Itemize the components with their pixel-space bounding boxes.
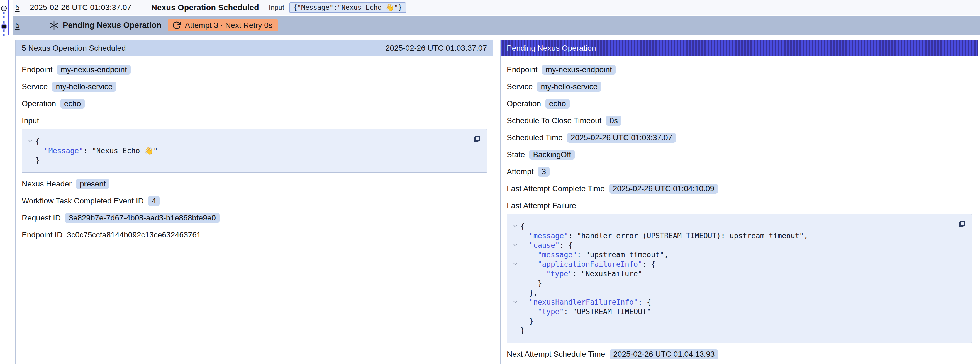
- field-label: Service: [22, 82, 48, 91]
- field-value-badge: present: [76, 179, 109, 189]
- field-label: State: [507, 150, 525, 159]
- input-preview-chip: {"Message":"Nexus Echo 👋"}: [289, 2, 406, 13]
- field-label: Input: [22, 116, 39, 125]
- collapse-chevron[interactable]: [510, 242, 520, 248]
- field-label: Request ID: [22, 214, 61, 222]
- chevron-down-icon: [27, 138, 33, 144]
- field-label: Endpoint ID: [22, 230, 62, 239]
- field-operation: Operationecho: [22, 98, 487, 109]
- field-value-badge: 2025-02-26 UTC 01:04:13.93: [609, 349, 718, 359]
- timeline-rail: [0, 0, 13, 36]
- field-value-badge: 4: [148, 196, 160, 206]
- timeline-nodes: [0, 0, 13, 36]
- field-endpoint-id: Endpoint ID3c0c75ccfa8144b092c13ce632463…: [22, 229, 487, 241]
- field-last-attempt-failure: Last Attempt Failure{"message": "handler…: [507, 200, 972, 343]
- json-line: "cause": {: [510, 241, 952, 250]
- field-label: Last Attempt Complete Time: [507, 184, 605, 193]
- collapse-chevron[interactable]: [510, 223, 520, 229]
- field-endpoint: Endpointmy-nexus-endpoint: [22, 64, 487, 75]
- json-line: "message": "upstream timeout",: [510, 250, 952, 259]
- field-operation: Operationecho: [507, 98, 972, 109]
- field-scheduled-time: Scheduled Time2025-02-26 UTC 01:03:37.07: [507, 132, 972, 143]
- event-row-nexus-scheduled[interactable]: 5 2025-02-26 UTC 01:03:37.07 Nexus Opera…: [13, 0, 980, 16]
- json-line: }: [510, 278, 952, 288]
- json-line: {: [510, 222, 952, 231]
- json-code-block: {"Message": "Nexus Echo 👋"}: [22, 129, 487, 172]
- field-last-attempt-complete-time: Last Attempt Complete Time2025-02-26 UTC…: [507, 183, 972, 194]
- event-row-pending-operation[interactable]: 5 Pending Nexus Operation Attempt 3 · Ne…: [13, 16, 980, 35]
- collapse-chevron[interactable]: [25, 138, 35, 144]
- chevron-down-icon: [512, 299, 519, 305]
- endpoint-id-link[interactable]: 3c0c75ccfa8144b092c13ce632463761: [67, 230, 201, 239]
- json-line: }: [25, 155, 467, 165]
- field-value-badge: 0s: [606, 116, 622, 126]
- event-detail-card: 5 Nexus Operation Scheduled 2025-02-26 U…: [15, 40, 493, 364]
- chevron-down-icon: [512, 242, 519, 248]
- json-line: "applicationFailureInfo": {: [510, 259, 952, 269]
- collapse-chevron[interactable]: [510, 299, 520, 305]
- field-state: StateBackingOff: [507, 149, 972, 160]
- json-line: "nexusHandlerFailureInfo": {: [510, 297, 952, 307]
- field-value-badge: my-nexus-endpoint: [542, 65, 616, 75]
- field-next-attempt-schedule-time: Next Attempt Schedule Time2025-02-26 UTC…: [507, 349, 972, 360]
- copy-button[interactable]: [472, 133, 482, 143]
- temporal-event-history: 5 2025-02-26 UTC 01:03:37.07 Nexus Opera…: [0, 0, 980, 364]
- pending-operation-card: Pending Nexus Operation Endpointmy-nexus…: [500, 40, 978, 364]
- json-line: "message": "handler error (UPSTREAM_TIME…: [510, 231, 952, 241]
- event-detail-time: 2025-02-26 UTC 01:03:37.07: [385, 44, 487, 53]
- field-value-badge: 2025-02-26 UTC 01:03:37.07: [567, 133, 676, 143]
- field-label: Workflow Task Completed Event ID: [22, 196, 144, 205]
- field-label: Next Attempt Schedule Time: [507, 350, 605, 359]
- field-schedule-to-close-timeout: Schedule To Close Timeout0s: [507, 115, 972, 126]
- chevron-down-icon: [512, 261, 519, 267]
- retry-badge-text: Attempt 3 · Next Retry 0s: [185, 21, 272, 30]
- json-line: }: [510, 316, 952, 326]
- retry-badge: Attempt 3 · Next Retry 0s: [168, 19, 278, 32]
- field-label: Endpoint: [22, 65, 52, 74]
- input-label: Input: [269, 4, 285, 12]
- field-value-badge: echo: [546, 99, 570, 109]
- event-detail-header: 5 Nexus Operation Scheduled 2025-02-26 U…: [16, 40, 493, 56]
- field-nexus-header: Nexus Headerpresent: [22, 178, 487, 190]
- event-id-cell: 5: [13, 21, 30, 30]
- chevron-down-icon: [512, 223, 519, 229]
- field-endpoint: Endpointmy-nexus-endpoint: [507, 64, 972, 75]
- field-value-badge: 3e829b7e-7d67-4b08-aad3-b1e868bfe9e0: [65, 213, 220, 223]
- field-label: Schedule To Close Timeout: [507, 116, 601, 125]
- event-detail-title: 5 Nexus Operation Scheduled: [22, 44, 126, 53]
- copy-icon: [958, 219, 967, 228]
- json-line: "Message": "Nexus Echo 👋": [25, 146, 467, 155]
- copy-icon: [473, 134, 482, 143]
- json-line: {: [25, 137, 467, 146]
- collapse-chevron[interactable]: [510, 261, 520, 267]
- field-label: Attempt: [507, 167, 533, 176]
- field-input: Input{"Message": "Nexus Echo 👋"}: [22, 115, 487, 172]
- pending-operation-header: Pending Nexus Operation: [501, 40, 978, 56]
- field-value-badge: 2025-02-26 UTC 01:04:10.09: [609, 184, 718, 194]
- event-detail-body: Endpointmy-nexus-endpointServicemy-hello…: [16, 56, 493, 364]
- field-value-badge: 3: [538, 167, 550, 177]
- selected-event-node-icon: [2, 24, 6, 29]
- json-code-block: {"message": "handler error (UPSTREAM_TIM…: [507, 214, 972, 343]
- event-node-icon: [2, 6, 6, 11]
- field-service: Servicemy-hello-service: [507, 81, 972, 92]
- pending-operation-title: Pending Nexus Operation: [507, 44, 596, 53]
- field-value-badge: my-nexus-endpoint: [57, 65, 130, 75]
- event-id-link[interactable]: 5: [15, 21, 20, 30]
- event-detail-panels: 5 Nexus Operation Scheduled 2025-02-26 U…: [15, 40, 978, 364]
- field-value-badge: BackingOff: [529, 150, 574, 160]
- copy-button[interactable]: [957, 218, 967, 228]
- event-timestamp: 2025-02-26 UTC 01:03:37.07: [30, 3, 151, 12]
- pending-operation-body: Endpointmy-nexus-endpointServicemy-hello…: [501, 56, 978, 364]
- field-workflow-task-completed-event-id: Workflow Task Completed Event ID4: [22, 195, 487, 206]
- field-value-badge: echo: [60, 99, 85, 109]
- field-label: Service: [507, 82, 533, 91]
- json-line: "type": "UPSTREAM_TIMEOUT": [510, 307, 952, 316]
- pending-asterisk-icon: [49, 20, 59, 31]
- event-rows: 5 2025-02-26 UTC 01:03:37.07 Nexus Opera…: [13, 0, 980, 35]
- field-service: Servicemy-hello-service: [22, 81, 487, 92]
- event-id-cell: 5: [13, 3, 30, 12]
- event-id-link[interactable]: 5: [15, 3, 20, 12]
- json-line: "type": "NexusFailure": [510, 269, 952, 278]
- field-label: Operation: [507, 99, 541, 108]
